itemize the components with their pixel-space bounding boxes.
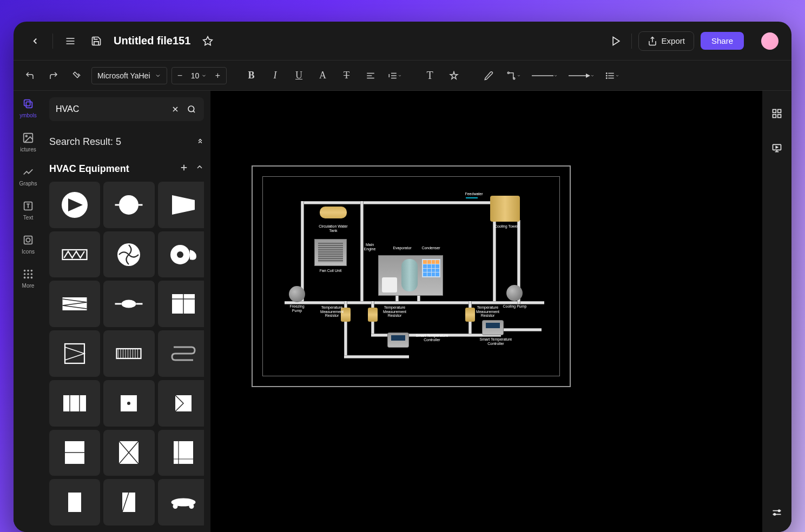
equip-tmr[interactable] [368, 308, 378, 322]
grid-view-button[interactable] [768, 105, 786, 122]
equip-main-engine[interactable] [378, 255, 443, 296]
rail-pictures[interactable]: ictures [14, 131, 43, 152]
symbol-item[interactable] [158, 380, 204, 427]
connector-button[interactable] [503, 66, 524, 85]
svg-point-32 [24, 270, 26, 272]
divider [631, 34, 632, 49]
rail-more[interactable]: More [14, 268, 43, 289]
collapse-all-icon[interactable] [196, 136, 204, 148]
italic-button[interactable]: I [266, 66, 285, 85]
font-size-group: − 10 + [171, 67, 227, 84]
pen-button[interactable] [479, 66, 498, 85]
symbol-item[interactable] [49, 281, 100, 327]
symbol-item[interactable] [158, 330, 204, 377]
equip-circulation-tank[interactable] [320, 207, 347, 218]
svg-point-12 [507, 72, 509, 74]
symbol-item[interactable] [49, 430, 100, 476]
redo-button[interactable] [44, 66, 63, 85]
pictures-icon [22, 131, 35, 144]
format-painter-button[interactable] [68, 66, 87, 85]
rail-text[interactable]: Text [14, 200, 43, 221]
line-style-button[interactable] [529, 66, 561, 85]
add-category-button[interactable] [179, 163, 189, 175]
undo-button[interactable] [20, 66, 39, 85]
star-button[interactable] [199, 32, 216, 50]
line-spacing-button[interactable] [385, 66, 405, 85]
symbol-item[interactable] [49, 380, 100, 427]
bold-button[interactable]: B [242, 66, 261, 85]
rail-icons[interactable]: Icons [14, 234, 43, 255]
symbol-item[interactable] [103, 281, 154, 327]
presentation-button[interactable] [768, 139, 786, 157]
symbol-item[interactable] [103, 330, 154, 377]
play-button[interactable] [608, 32, 625, 50]
diagram-frame[interactable]: Circulation Water Tank Cooling Tower Fee… [252, 165, 571, 387]
titlebar: Untitled file151 Export Share [14, 22, 791, 61]
label-main-engine: Main Engine [360, 243, 379, 251]
symbol-item[interactable] [158, 231, 204, 278]
symbol-item[interactable] [158, 430, 204, 476]
symbol-item[interactable] [103, 182, 154, 228]
canvas[interactable]: Circulation Water Tank Cooling Tower Fee… [210, 91, 762, 532]
svg-rect-71 [65, 344, 84, 363]
symbol-item[interactable] [158, 182, 204, 228]
symbol-item[interactable] [103, 380, 154, 427]
save-button[interactable] [88, 32, 105, 50]
insert-text-button[interactable]: T [420, 66, 440, 85]
highlight-button[interactable] [444, 66, 464, 85]
font-size-increase[interactable]: + [210, 68, 226, 84]
svg-point-22 [606, 77, 607, 78]
symbol-item[interactable] [49, 330, 100, 377]
svg-point-88 [127, 402, 130, 405]
svg-marker-16 [586, 74, 590, 78]
settings-toggle-button[interactable] [768, 504, 786, 521]
font-select[interactable]: Microsoft YaHei [91, 67, 167, 84]
avatar[interactable] [761, 32, 778, 50]
svg-point-20 [606, 72, 607, 74]
equip-stc[interactable] [482, 320, 504, 335]
equip-fan-coil[interactable] [314, 239, 347, 266]
list-style-button[interactable] [602, 66, 623, 85]
symbol-item[interactable] [158, 281, 204, 327]
svg-point-21 [606, 75, 607, 76]
symbol-item[interactable] [103, 231, 154, 278]
label-tmr3: Temperature Measurement Resistor [473, 305, 503, 318]
back-button[interactable] [27, 32, 44, 50]
equip-freezing-pump[interactable] [289, 286, 305, 302]
search-button[interactable] [186, 103, 197, 115]
font-size-decrease[interactable]: − [172, 68, 188, 84]
search-input[interactable] [56, 104, 165, 114]
label-feedwater: Feedwater [463, 192, 485, 196]
svg-point-34 [31, 270, 33, 272]
file-title: Untitled file151 [114, 35, 190, 47]
menu-button[interactable] [62, 32, 79, 50]
text-icon [22, 200, 35, 212]
equip-cooling-pump[interactable] [506, 285, 523, 301]
search-result-label: Search Result: 5 [49, 136, 121, 148]
clear-search-button[interactable] [169, 103, 181, 115]
svg-marker-3 [203, 36, 213, 45]
font-size-display[interactable]: 10 [188, 71, 210, 80]
symbol-item[interactable] [49, 182, 100, 228]
symbol-item[interactable] [103, 430, 154, 476]
align-button[interactable] [361, 66, 380, 85]
symbol-item[interactable] [103, 479, 154, 526]
collapse-category-button[interactable] [195, 163, 204, 175]
svg-point-33 [27, 270, 29, 272]
share-button[interactable]: Share [701, 32, 744, 50]
svg-point-105 [173, 504, 177, 509]
underline-button[interactable]: U [289, 66, 309, 85]
label-stc2: Smart Temperature Controller [478, 337, 513, 345]
arrow-style-button[interactable] [565, 66, 598, 85]
export-button[interactable]: Export [638, 31, 694, 51]
font-color-button[interactable]: A [313, 66, 333, 85]
rail-symbols[interactable]: ymbols [14, 97, 43, 118]
strikethrough-button[interactable]: T [337, 66, 357, 85]
symbol-item[interactable] [158, 479, 204, 526]
symbol-item[interactable] [49, 231, 100, 278]
export-icon [648, 36, 657, 46]
rail-graphs[interactable]: Graphs [14, 165, 43, 187]
symbol-item[interactable] [49, 479, 100, 526]
equip-cooling-tower[interactable] [490, 196, 520, 222]
equip-stc[interactable] [387, 332, 409, 348]
